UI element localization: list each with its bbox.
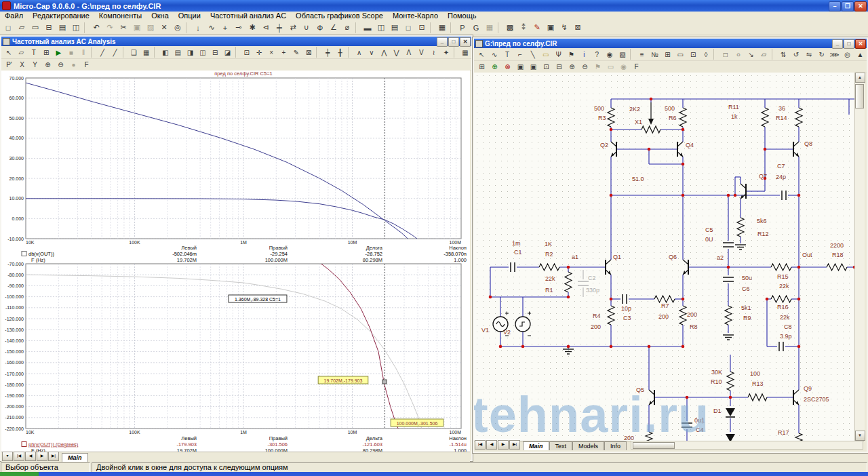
schematic-tab-Text[interactable]: Text <box>549 441 573 450</box>
schematic-tab-Models[interactable]: Models <box>572 441 604 450</box>
picture-icon[interactable]: ▧ <box>616 48 629 60</box>
grid-icon[interactable]: ▦ <box>140 46 152 58</box>
scope-options-icon[interactable]: ⊠ <box>303 46 315 58</box>
tag-icon[interactable]: ⊠ <box>572 21 585 35</box>
cut-icon[interactable]: ✂ <box>117 21 130 35</box>
probe-p-icon[interactable]: P <box>456 21 469 35</box>
grow-icon[interactable]: ⊡ <box>540 61 553 73</box>
cascade-icon[interactable]: ▤ <box>389 21 401 35</box>
global-min-icon[interactable]: V <box>416 46 427 58</box>
flip-vertical-icon[interactable]: ⇅ <box>777 48 789 60</box>
zoom-area-icon[interactable]: ◊ <box>700 48 712 60</box>
scroll-up-button[interactable]: ▲ <box>855 73 865 83</box>
menu-Частотный анализ AC[interactable]: Частотный анализ AC <box>205 12 291 20</box>
model-editor-icon[interactable]: ▩ <box>504 21 517 35</box>
schematic-maximize-button[interactable]: □ <box>844 39 854 49</box>
link-icon[interactable]: ◉ <box>604 48 616 60</box>
run-icon[interactable]: ▶ <box>53 46 64 58</box>
find-component-icon[interactable]: ◎ <box>842 48 854 60</box>
battery-icon[interactable]: + <box>219 21 232 35</box>
tile-horizontal-icon[interactable]: ▬ <box>361 21 374 35</box>
ellipse-icon[interactable]: ○ <box>732 48 745 60</box>
split-plot-icon[interactable]: ⊟ <box>210 46 221 58</box>
paste-icon[interactable]: ▨ <box>144 21 157 35</box>
pen-icon[interactable]: ✎ <box>531 21 544 35</box>
schematic-tab-Info[interactable]: Info <box>604 441 627 450</box>
grid-text-icon[interactable]: ⊞ <box>661 48 673 60</box>
copy-icon[interactable]: ▣ <box>131 21 144 35</box>
menu-Помощь[interactable]: Помощь <box>443 12 481 20</box>
page-list-icon[interactable]: ⊞ <box>476 61 488 73</box>
local-min-icon[interactable]: ⋁ <box>391 46 402 58</box>
global-max-icon[interactable]: Λ <box>403 46 414 58</box>
schematic-vscrollbar[interactable]: ▲ ▼ <box>854 73 865 441</box>
add-point-icon[interactable]: + <box>278 46 290 58</box>
crystal-icon[interactable]: ╪ <box>273 21 286 35</box>
swap-icon[interactable]: ⇄ <box>287 21 300 35</box>
schematic-close-button[interactable]: ✕ <box>855 39 866 49</box>
wire-diagonal-icon[interactable]: ╲ <box>527 48 539 60</box>
last-tab-button[interactable]: ▶| <box>48 452 59 461</box>
sine-source-icon[interactable]: ∿ <box>205 21 218 35</box>
quad-plots-icon[interactable]: ◫ <box>197 46 208 58</box>
undo-icon[interactable]: ↶ <box>90 21 103 35</box>
save-icon[interactable]: ▭ <box>29 21 42 35</box>
sch-last-tab-button[interactable]: ▶| <box>509 440 520 450</box>
track-cursor-icon[interactable]: × <box>266 46 277 58</box>
step-box-icon[interactable]: ⋙ <box>829 48 841 60</box>
merge-plot-icon[interactable]: ◪ <box>222 46 233 58</box>
menu-Компоненты[interactable]: Компоненты <box>94 12 146 20</box>
new-icon[interactable]: □ <box>2 21 15 35</box>
redo-icon[interactable]: ↷ <box>104 21 117 35</box>
one-plot-icon[interactable]: ◧ <box>159 46 171 58</box>
envelope-icon[interactable]: ✦ <box>440 46 452 58</box>
arrow-icon[interactable]: ↘ <box>745 48 757 60</box>
copy-page-icon[interactable]: ▣ <box>515 61 527 73</box>
vscroll-thumb[interactable] <box>855 84 864 108</box>
window-icon[interactable]: □ <box>402 21 415 35</box>
vertical-cursor-icon[interactable]: ╂ <box>334 46 346 58</box>
transistor-icon[interactable]: ⊲ <box>260 21 273 35</box>
tab-menu-button[interactable]: ▾ <box>2 452 13 461</box>
paste-page-icon[interactable]: ▣ <box>528 61 540 73</box>
next-tab-button[interactable]: ▶ <box>37 452 47 461</box>
flag-mode-icon[interactable]: ⚑ <box>592 61 604 73</box>
analysis-close-button[interactable]: ✕ <box>460 37 471 47</box>
zoom-out-icon[interactable]: ⊖ <box>579 61 591 73</box>
properties-icon[interactable]: ⊞ <box>40 46 52 58</box>
info-icon[interactable]: i <box>578 48 590 60</box>
point-tag-icon[interactable]: P' <box>3 59 16 71</box>
tile-vertical-icon[interactable]: ◫ <box>375 21 388 35</box>
probe-icon[interactable]: ⊸ <box>233 21 245 35</box>
sch-next-tab-button[interactable]: ▶ <box>498 440 509 450</box>
schematic-minimize-button[interactable]: _ <box>832 39 843 49</box>
frame-icon[interactable]: ❑ <box>128 46 140 58</box>
maximize-button[interactable]: ❐ <box>842 1 854 12</box>
zoom-full-icon[interactable]: ⊕ <box>489 61 501 73</box>
analysis-tab-main[interactable]: Main <box>62 453 88 462</box>
prev-tab-button[interactable]: ◀ <box>25 452 36 461</box>
x-axis-scale-icon[interactable]: X <box>16 59 28 71</box>
zoom-box-icon[interactable]: ⊡ <box>241 46 252 58</box>
box-icon[interactable]: ▭ <box>540 48 552 60</box>
hscroll-thumb[interactable] <box>633 442 675 449</box>
box-mode-icon[interactable]: ▭ <box>605 61 617 73</box>
menu-Редактирование[interactable]: Редактирование <box>28 12 94 20</box>
stacked-plots-icon[interactable]: ▤ <box>172 46 184 58</box>
pause-icon[interactable]: ‖ <box>77 46 89 58</box>
delete-page-icon[interactable]: ⊗ <box>502 61 514 73</box>
calculator-icon[interactable]: ▦ <box>436 21 449 35</box>
text-mode-icon[interactable]: ≡ <box>636 48 648 60</box>
valley-icon[interactable]: ∨ <box>366 46 377 58</box>
minimize-button[interactable]: – <box>829 1 841 12</box>
pan-icon[interactable]: ● <box>68 59 80 71</box>
schematic-tab-Main[interactable]: Main <box>523 441 549 450</box>
sch-first-tab-button[interactable]: |◀ <box>475 440 486 450</box>
scroll-down-button[interactable]: ▼ <box>855 431 865 441</box>
split-icon[interactable]: ⊡ <box>416 21 429 35</box>
zoom-in-icon[interactable]: ⊕ <box>566 61 578 73</box>
crosshair-cursor-icon[interactable]: ✛ <box>253 46 264 58</box>
zoom-in-icon[interactable]: ⊕ <box>42 59 54 71</box>
shapes-icon[interactable]: ▱ <box>16 46 27 58</box>
text-icon[interactable]: T <box>501 48 513 60</box>
